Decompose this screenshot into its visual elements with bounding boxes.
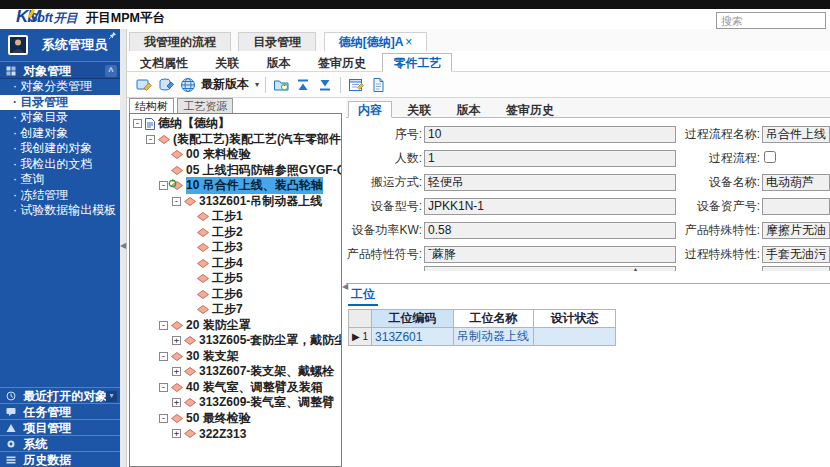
sidebar-section-task-management[interactable]: 任务管理 <box>0 403 120 419</box>
panel-collapse-icon[interactable]: ◀ <box>342 282 348 291</box>
tree-node[interactable]: - (装配工艺)装配工艺(汽车零部件) <box>130 132 341 148</box>
col-design-status[interactable]: 设计状态 <box>534 310 616 328</box>
product-special-input[interactable] <box>762 222 830 239</box>
tab-my-managed-flows[interactable]: 我管理的流程 <box>129 32 231 51</box>
edit-database-button[interactable] <box>155 75 177 95</box>
sidebar-item-query[interactable]: · 查询 <box>0 172 120 188</box>
tab-part-process[interactable]: 零件工艺 <box>382 53 452 72</box>
sidebar-item-create-object[interactable]: · 创建对象 <box>0 126 120 142</box>
tree-node[interactable]: + 313Z609-装气室、调整臂 <box>130 395 341 411</box>
tree-node[interactable]: 工步5 <box>130 271 341 287</box>
tree-collapse-icon[interactable]: - <box>159 414 168 423</box>
tree-collapse-icon[interactable]: - <box>159 181 168 190</box>
tab-structure-tree[interactable]: 结构树 <box>129 98 174 113</box>
design-status-cell[interactable] <box>534 328 616 346</box>
tab-versions-detail[interactable]: 版本 <box>447 101 491 118</box>
process-flow-checkbox[interactable] <box>764 151 776 163</box>
tree-node[interactable]: + 313Z607-装支架、戴螺栓 <box>130 364 341 380</box>
handling-method-input[interactable] <box>424 174 676 191</box>
tree-collapse-icon[interactable]: - <box>159 383 168 392</box>
tree-node[interactable]: - 50 最终检验 <box>130 411 341 427</box>
sidebar-item-test-data-template[interactable]: · 试验数据输出模板 <box>0 203 120 219</box>
tree-collapse-icon[interactable]: - <box>159 321 168 330</box>
sidebar-item-freeze-management[interactable]: · 冻结管理 <box>0 188 120 204</box>
tree-collapse-icon[interactable]: - <box>172 197 181 206</box>
pin-icon[interactable] <box>108 31 117 40</box>
tab-station[interactable]: 工位 <box>348 286 378 306</box>
tree-expand-icon[interactable]: + <box>172 367 181 376</box>
tree-node[interactable]: 工步3 <box>130 240 341 256</box>
tree-collapse-icon[interactable]: - <box>146 135 155 144</box>
sidebar-splitter[interactable]: ◀ <box>120 29 127 467</box>
tree-expand-icon[interactable]: + <box>172 336 181 345</box>
version-dropdown[interactable]: 最新版本 ▾ <box>201 76 259 93</box>
tree-node[interactable]: 工步6 <box>130 287 341 303</box>
col-station-code[interactable]: 工位编码 <box>372 310 454 328</box>
recent-dropdown-icon[interactable]: ▾ <box>106 391 117 402</box>
tab-dana-active[interactable]: 德纳[德纳]A× <box>324 32 428 51</box>
clipped-input[interactable] <box>762 266 830 271</box>
sidebar-section-history-data[interactable]: 历史数据 <box>0 451 120 467</box>
sidebar-collapse-icon[interactable]: ◀ <box>120 241 126 250</box>
station-code-cell[interactable]: 313Z601 <box>372 328 454 346</box>
tree-node[interactable]: 00 来料检验 <box>130 147 341 163</box>
device-power-input[interactable] <box>424 222 676 239</box>
sidebar-section-project-management[interactable]: 项目管理 <box>0 419 120 435</box>
flow-name-input[interactable] <box>762 126 830 143</box>
sidebar-section-recent-objects[interactable]: 最近打开的对象 ▾ <box>0 387 120 403</box>
collapse-to-bottom-button[interactable] <box>314 75 336 95</box>
sidebar-section-object-management[interactable]: 对象管理 ˄ <box>0 61 120 79</box>
globe-button[interactable] <box>177 75 199 95</box>
tree-node[interactable]: 05 上线扫码防错参照GYGF-Q-00 <box>130 163 341 179</box>
tree-node[interactable]: 工步7 <box>130 302 341 318</box>
tree-collapse-icon[interactable]: - <box>133 119 142 128</box>
tree-node-root[interactable]: - 德纳【德纳】 <box>130 116 341 132</box>
tab-sign-history-detail[interactable]: 签审历史 <box>496 101 564 118</box>
sidebar-item-object-class[interactable]: · 对象分类管理 <box>0 79 120 95</box>
device-model-input[interactable] <box>424 198 676 215</box>
user-avatar[interactable] <box>8 35 28 55</box>
tree-node[interactable]: 工步1 <box>130 209 341 225</box>
tab-process-resources[interactable]: 工艺资源 <box>177 98 233 113</box>
row-selector-cell[interactable]: ▶ 1 <box>349 328 372 346</box>
document-copy-button[interactable] <box>367 75 389 95</box>
section-collapse-icon[interactable]: ˄ <box>105 65 117 77</box>
tab-relations-detail[interactable]: 关联 <box>397 101 441 118</box>
feature-symbol-input[interactable] <box>424 246 676 263</box>
tree-node[interactable]: - 313Z601-吊制动器上线 <box>130 194 341 210</box>
tree-node[interactable]: + 322Z313 <box>130 426 341 442</box>
tab-relations[interactable]: 关联 <box>204 53 250 72</box>
sidebar-item-directory-management[interactable]: · 目录管理 <box>0 95 120 111</box>
collapse-to-top-button[interactable] <box>292 75 314 95</box>
sidebar-section-system[interactable]: 系统 <box>0 435 120 451</box>
tree-expand-icon[interactable]: + <box>172 429 181 438</box>
process-special-input[interactable] <box>762 246 830 263</box>
search-input[interactable] <box>716 12 826 29</box>
station-table-row[interactable]: ▶ 1 313Z601 吊制动器上线 <box>349 328 616 346</box>
tree-node[interactable]: 工步2 <box>130 225 341 241</box>
tab-versions[interactable]: 版本 <box>256 53 302 72</box>
col-station-name[interactable]: 工位名称 <box>454 310 534 328</box>
tree-node[interactable]: + 313Z605-套防尘罩，戴防尘罩螺 <box>130 333 341 349</box>
tree-node[interactable]: - 40 装气室、调整臂及装箱 <box>130 380 341 396</box>
tab-document-properties[interactable]: 文档属性 <box>129 53 199 72</box>
edit-document-button[interactable] <box>133 75 155 95</box>
sidebar-item-my-checked-out-docs[interactable]: · 我检出的文档 <box>0 157 120 173</box>
sidebar-item-my-created-objects[interactable]: · 我创建的对象 <box>0 141 120 157</box>
sidebar-item-object-directory[interactable]: · 对象目录 <box>0 110 120 126</box>
tab-close-icon[interactable]: × <box>405 35 412 49</box>
tab-sign-history[interactable]: 签审历史 <box>307 53 377 72</box>
tree-node[interactable]: 工步4 <box>130 256 341 272</box>
tree-expand-icon[interactable]: + <box>172 398 181 407</box>
scroll-up-icon[interactable]: ▲ <box>632 266 639 271</box>
calendar-edit-button[interactable] <box>345 75 367 95</box>
tab-content[interactable]: 内容 <box>348 101 392 118</box>
folder-sync-button[interactable] <box>270 75 292 95</box>
people-count-input[interactable] <box>424 150 676 167</box>
tree-node[interactable]: - 30 装支架 <box>130 349 341 365</box>
tree-collapse-icon[interactable]: - <box>159 352 168 361</box>
device-name-input[interactable] <box>762 174 830 191</box>
station-name-cell[interactable]: 吊制动器上线 <box>454 328 534 346</box>
tab-directory-management[interactable]: 目录管理 <box>238 32 316 51</box>
tree-node-selected[interactable]: - 10 吊合件上线、装凸轮轴 <box>130 178 341 194</box>
